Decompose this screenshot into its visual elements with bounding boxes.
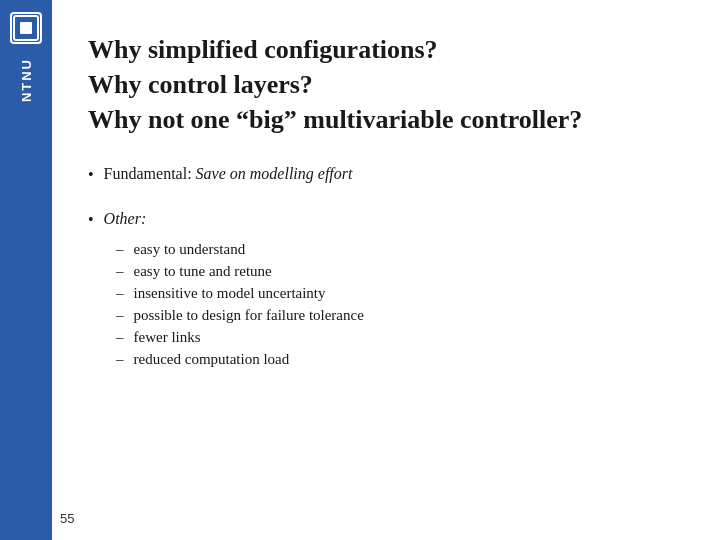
list-item: –reduced computation load [116, 351, 680, 368]
list-item: –easy to understand [116, 241, 680, 258]
sidebar: NTNU [0, 0, 52, 540]
list-item: –fewer links [116, 329, 680, 346]
sub-dash: – [116, 329, 124, 346]
title-line3: Why not one “big” multivariable controll… [88, 102, 680, 137]
slide-title: Why simplified configurations? Why contr… [88, 32, 680, 137]
list-item: –insensitive to model uncertainty [116, 285, 680, 302]
fundamental-prefix: Fundamental: [104, 165, 196, 182]
bullet2-label: Other: [104, 210, 147, 228]
fundamental-italic: Save on modelling effort [196, 165, 353, 182]
sub-dash: – [116, 263, 124, 280]
sub-dash: – [116, 307, 124, 324]
bullet-dot-1: • [88, 166, 94, 184]
bullet2: • Other: [88, 210, 680, 229]
sub-items-list: –easy to understand–easy to tune and ret… [116, 241, 680, 368]
sub-dash: – [116, 351, 124, 368]
sub-dash: – [116, 285, 124, 302]
sub-item-text-0: easy to understand [134, 241, 246, 258]
brand-label: NTNU [19, 58, 34, 102]
list-item: –easy to tune and retune [116, 263, 680, 280]
list-item: –possible to design for failure toleranc… [116, 307, 680, 324]
bullet1-text: Fundamental: Save on modelling effort [104, 165, 353, 183]
ntnu-logo [10, 12, 42, 44]
sub-item-text-3: possible to design for failure tolerance [134, 307, 364, 324]
slide-number: 55 [60, 511, 74, 526]
other-section: • Other: –easy to understand–easy to tun… [88, 210, 680, 373]
bullet1: • Fundamental: Save on modelling effort [88, 165, 680, 184]
svg-rect-1 [20, 22, 32, 34]
fundamental-section: • Fundamental: Save on modelling effort [88, 165, 680, 196]
sub-item-text-2: insensitive to model uncertainty [134, 285, 326, 302]
sub-item-text-5: reduced computation load [134, 351, 290, 368]
title-line2: Why control layers? [88, 67, 680, 102]
sub-dash: – [116, 241, 124, 258]
bullet-dot-2: • [88, 211, 94, 229]
title-line1: Why simplified configurations? [88, 32, 680, 67]
sub-item-text-4: fewer links [134, 329, 201, 346]
sub-item-text-1: easy to tune and retune [134, 263, 272, 280]
slide-content: Why simplified configurations? Why contr… [52, 0, 720, 540]
